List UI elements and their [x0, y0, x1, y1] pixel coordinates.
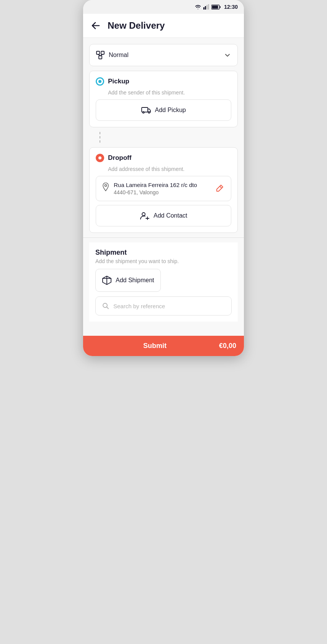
svg-rect-1 [205, 6, 206, 10]
svg-rect-6 [212, 5, 218, 8]
svg-point-13 [142, 112, 144, 113]
pickup-subtitle: Add the sender of this shipment. [108, 89, 231, 96]
delivery-type-icon [96, 50, 105, 60]
chevron-down-icon [224, 51, 231, 59]
dropoff-subtitle: Add addressee of this shipment. [108, 166, 231, 172]
add-shipment-label: Add Shipment [116, 277, 154, 284]
add-shipment-button[interactable]: Add Shipment [95, 269, 161, 292]
address-main: Rua Lameira Ferreira 162 r/c dto [114, 182, 197, 188]
edit-icon [216, 184, 224, 192]
svg-rect-2 [206, 5, 208, 10]
shipment-title: Shipment [95, 249, 232, 257]
delivery-type-label: Normal [109, 52, 129, 59]
svg-rect-3 [208, 4, 209, 10]
back-arrow-icon [91, 21, 101, 30]
shipment-section: Shipment Add the shipment you want to sh… [89, 242, 238, 322]
add-contact-button[interactable]: Add Contact [96, 205, 231, 226]
dashed-line [100, 132, 100, 143]
status-time: 12:30 [224, 4, 238, 10]
svg-line-22 [107, 307, 109, 309]
dropoff-indicator-inner [98, 156, 101, 159]
svg-rect-8 [101, 51, 104, 54]
submit-label: Submit [91, 342, 219, 350]
address-sub: 4440-671, Valongo [114, 189, 197, 195]
dropoff-indicator [96, 154, 104, 162]
dropoff-header: Dropoff [96, 154, 231, 162]
svg-rect-12 [142, 107, 148, 112]
status-bar: 12:30 [83, 0, 244, 14]
pickup-card: Pickup Add the sender of this shipment. … [89, 71, 238, 127]
dropoff-title: Dropoff [108, 154, 131, 162]
add-pickup-button[interactable]: Add Pickup [96, 99, 231, 121]
location-pin-icon [101, 182, 110, 192]
pickup-indicator [96, 77, 104, 86]
main-content: Normal Pickup Add the sender of this shi… [83, 38, 244, 356]
add-contact-label: Add Contact [154, 212, 187, 219]
truck-icon [141, 106, 151, 114]
svg-rect-0 [203, 7, 204, 10]
svg-point-14 [148, 112, 150, 113]
wifi-icon [195, 4, 201, 10]
search-icon [102, 302, 110, 310]
shipment-subtitle: Add the shipment you want to ship. [95, 258, 232, 264]
battery-icon [211, 5, 221, 10]
pickup-header: Pickup [96, 77, 231, 86]
edit-address-button[interactable] [214, 182, 226, 194]
header: New Delivery [83, 14, 244, 38]
box-icon [102, 275, 112, 285]
phone-frame: 12:30 New Delivery Normal [83, 0, 244, 356]
svg-line-15 [220, 186, 222, 188]
back-button[interactable] [89, 20, 102, 31]
submit-price: €0,00 [219, 342, 236, 350]
search-placeholder: Search by reference [113, 303, 165, 309]
dropoff-card: Dropoff Add addressee of this shipment. … [89, 147, 238, 233]
svg-rect-9 [99, 56, 102, 59]
address-content: Rua Lameira Ferreira 162 r/c dto 4440-67… [101, 182, 197, 195]
address-text: Rua Lameira Ferreira 162 r/c dto 4440-67… [114, 182, 197, 195]
add-pickup-label: Add Pickup [155, 107, 186, 114]
delivery-type-selector[interactable]: Normal [89, 44, 238, 66]
section-divider [83, 237, 244, 238]
pickup-title: Pickup [108, 78, 129, 85]
svg-rect-7 [96, 51, 100, 54]
signal-icon [203, 4, 209, 10]
svg-point-16 [142, 213, 145, 216]
svg-rect-5 [220, 6, 221, 8]
type-selector-left: Normal [96, 50, 129, 60]
submit-bar[interactable]: Submit €0,00 [83, 336, 244, 356]
search-reference-input[interactable]: Search by reference [95, 296, 232, 315]
pickup-indicator-inner [98, 80, 101, 83]
add-person-icon [140, 211, 150, 220]
dropoff-address-card: Rua Lameira Ferreira 162 r/c dto 4440-67… [96, 176, 231, 201]
status-icons: 12:30 [195, 4, 238, 10]
route-connector [89, 132, 238, 143]
page-title: New Delivery [108, 20, 165, 31]
